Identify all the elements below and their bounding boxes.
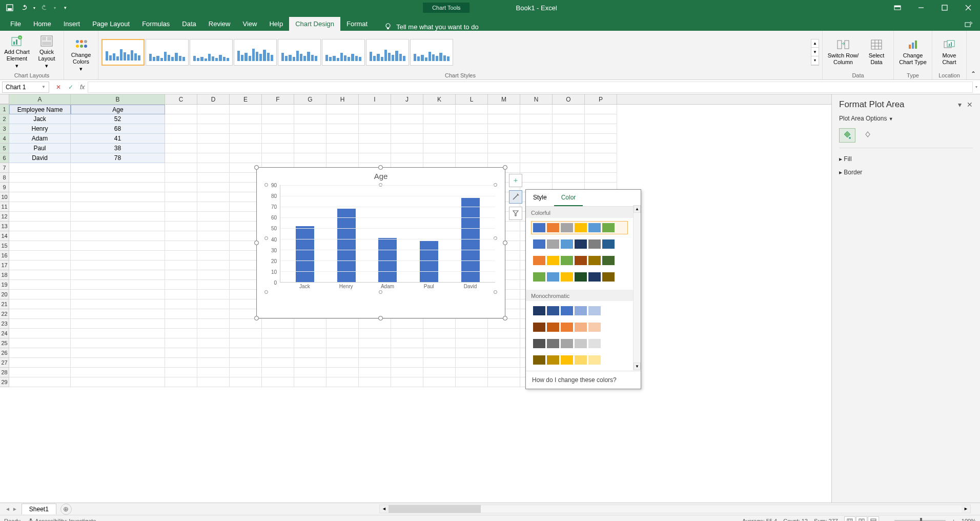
cell[interactable] [165, 163, 197, 173]
chart-bar[interactable] [378, 238, 397, 282]
tab-help[interactable]: Help [263, 17, 289, 31]
chart-resize-handle[interactable] [378, 316, 383, 320]
row-header[interactable]: 23 [0, 319, 9, 329]
tab-formulas[interactable]: Formulas [136, 17, 176, 31]
chart-style-thumb[interactable] [146, 39, 189, 66]
cell[interactable]: 38 [71, 144, 165, 153]
zoom-out-icon[interactable]: − [885, 518, 888, 522]
cell[interactable] [197, 309, 230, 319]
change-chart-type-button[interactable]: Change Chart Type [897, 34, 929, 70]
cell[interactable] [197, 299, 230, 309]
cell[interactable] [71, 260, 165, 270]
cell[interactable] [359, 153, 391, 163]
cell[interactable] [9, 231, 71, 241]
cell[interactable] [230, 105, 262, 114]
cell[interactable] [9, 270, 71, 280]
cell[interactable] [423, 338, 456, 348]
cell[interactable] [197, 134, 230, 144]
cell[interactable] [553, 114, 585, 124]
cell[interactable] [9, 222, 71, 231]
cell[interactable] [197, 163, 230, 173]
flyout-tab-style[interactable]: Style [526, 190, 554, 206]
row-header[interactable]: 27 [0, 358, 9, 368]
cell[interactable] [9, 338, 71, 348]
cell[interactable] [391, 134, 423, 144]
close-icon[interactable] [956, 0, 980, 15]
cell[interactable] [197, 241, 230, 251]
cell[interactable]: 52 [71, 114, 165, 124]
cell[interactable] [71, 163, 165, 173]
column-header[interactable]: B [71, 94, 165, 104]
plot-resize-handle[interactable] [264, 290, 268, 294]
cell[interactable] [197, 105, 230, 114]
horizontal-scrollbar[interactable]: ◄ ► [379, 505, 971, 513]
cell[interactable] [165, 173, 197, 183]
cell[interactable] [71, 377, 165, 387]
cell[interactable]: Employee Name [9, 105, 71, 114]
expand-formula-icon[interactable]: ▾ [973, 85, 980, 89]
row-header[interactable]: 13 [0, 222, 9, 231]
ribbon-display-icon[interactable] [886, 0, 909, 15]
chart-resize-handle[interactable] [254, 241, 259, 245]
cell[interactable] [71, 270, 165, 280]
cell[interactable] [553, 144, 585, 153]
cell[interactable] [326, 329, 359, 338]
cell[interactable]: David [9, 153, 71, 163]
cell[interactable] [326, 105, 359, 114]
page-layout-view-icon[interactable] [856, 516, 867, 522]
cell[interactable] [230, 144, 262, 153]
cell[interactable] [230, 338, 262, 348]
cell[interactable] [71, 222, 165, 231]
cell[interactable] [9, 260, 71, 270]
cell[interactable] [197, 348, 230, 358]
cell[interactable] [165, 309, 197, 319]
row-header[interactable]: 10 [0, 192, 9, 202]
cell[interactable] [165, 260, 197, 270]
cell[interactable] [488, 338, 520, 348]
tab-chart-design[interactable]: Chart Design [289, 17, 340, 31]
fill-line-tab-icon[interactable] [839, 128, 855, 143]
cell[interactable] [165, 377, 197, 387]
row-header[interactable]: 26 [0, 348, 9, 358]
cell[interactable] [262, 338, 294, 348]
cell[interactable] [294, 144, 326, 153]
cell[interactable] [326, 134, 359, 144]
format-pane-close-icon[interactable]: ✕ [967, 101, 973, 109]
fx-label[interactable]: fx [77, 84, 88, 91]
cell[interactable] [165, 338, 197, 348]
sheet-nav-prev-icon[interactable]: ◄ [5, 506, 10, 512]
maximize-icon[interactable] [933, 0, 956, 15]
enter-formula-icon[interactable]: ✓ [65, 84, 77, 91]
tab-format[interactable]: Format [340, 17, 374, 31]
cell[interactable] [165, 144, 197, 153]
tab-data[interactable]: Data [176, 17, 202, 31]
cell[interactable] [456, 134, 488, 144]
chart-style-thumb[interactable] [366, 39, 409, 66]
cell[interactable] [262, 114, 294, 124]
tab-page-layout[interactable]: Page Layout [86, 17, 136, 31]
row-header[interactable]: 17 [0, 260, 9, 270]
row-header[interactable]: 20 [0, 290, 9, 299]
chart-style-thumb[interactable] [101, 39, 145, 66]
cell[interactable] [197, 173, 230, 183]
cell[interactable] [165, 299, 197, 309]
cell[interactable] [294, 348, 326, 358]
cell[interactable] [585, 114, 617, 124]
tell-me[interactable]: Tell me what you want to do [384, 23, 478, 31]
cell[interactable] [9, 173, 71, 183]
cell[interactable] [391, 114, 423, 124]
cell[interactable] [326, 144, 359, 153]
change-colors-button[interactable]: Change Colors ▾ [67, 37, 95, 73]
select-data-button[interactable]: Select Data [863, 34, 890, 70]
flyout-footer-link[interactable]: How do I change these colors? [526, 371, 641, 389]
cell[interactable] [391, 105, 423, 114]
cell[interactable] [71, 251, 165, 260]
cell[interactable] [456, 105, 488, 114]
plot-area-options-dropdown[interactable]: Plot Area Options ▼ [839, 115, 973, 122]
row-header[interactable]: 16 [0, 251, 9, 260]
cell[interactable] [456, 338, 488, 348]
cell[interactable] [423, 377, 456, 387]
color-scheme-row[interactable] [531, 237, 628, 251]
cell[interactable] [359, 358, 391, 368]
chart-style-thumb[interactable] [410, 39, 453, 66]
